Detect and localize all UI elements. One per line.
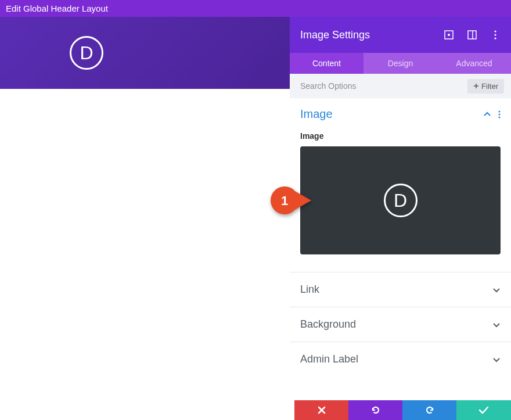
- logo-letter: D: [80, 42, 93, 64]
- undo-icon: [370, 405, 381, 415]
- close-icon: [317, 405, 326, 415]
- logo-preview: D: [70, 36, 103, 70]
- redo-icon: [424, 405, 435, 415]
- image-field-label: Image: [300, 131, 501, 141]
- section-admin-label[interactable]: Admin Label: [290, 342, 511, 376]
- cancel-button[interactable]: [294, 400, 348, 420]
- check-icon: [478, 405, 490, 415]
- svg-rect-2: [468, 31, 476, 39]
- snap-icon[interactable]: [467, 30, 477, 40]
- tab-design[interactable]: Design: [364, 53, 437, 74]
- main-area: D Image Settings: [0, 17, 511, 420]
- image-preview-letter: D: [394, 190, 407, 211]
- callout-marker: 1: [271, 186, 311, 214]
- section-admin-label-title: Admin Label: [300, 353, 358, 365]
- image-preview-logo: D: [384, 184, 418, 217]
- search-row: Filter: [290, 74, 511, 98]
- save-button[interactable]: [456, 400, 511, 420]
- filter-label: Filter: [481, 82, 498, 91]
- filter-button[interactable]: Filter: [467, 79, 504, 94]
- undo-button[interactable]: [348, 400, 402, 420]
- image-preview-upload[interactable]: D: [300, 146, 501, 254]
- chevron-down-icon: [492, 356, 501, 364]
- chevron-down-icon: [492, 321, 501, 329]
- footer-bar: [290, 400, 511, 420]
- panel-header-icons: [444, 30, 501, 40]
- section-image-head-icons: [483, 110, 501, 119]
- section-image: Image Image D: [290, 98, 511, 272]
- fullscreen-icon[interactable]: [444, 30, 454, 40]
- panel-body: Image Image D: [290, 98, 511, 420]
- top-bar-title: Edit Global Header Layout: [6, 3, 108, 13]
- svg-point-9: [499, 116, 501, 118]
- section-link-title: Link: [300, 283, 319, 296]
- redo-button[interactable]: [402, 400, 456, 420]
- section-link[interactable]: Link: [290, 272, 511, 307]
- svg-point-7: [499, 110, 501, 112]
- header-preview[interactable]: D: [0, 17, 290, 89]
- section-background[interactable]: Background: [290, 307, 511, 342]
- tab-advanced[interactable]: Advanced: [437, 53, 511, 74]
- svg-point-8: [499, 113, 501, 115]
- section-image-head[interactable]: Image: [300, 107, 501, 121]
- callout-number: 1: [281, 193, 288, 208]
- panel-title: Image Settings: [300, 29, 370, 41]
- svg-point-5: [494, 34, 496, 35]
- section-image-title: Image: [300, 107, 333, 121]
- section-background-title: Background: [300, 318, 356, 331]
- section-more-icon[interactable]: [498, 110, 501, 119]
- settings-panel: Image Settings: [290, 17, 511, 420]
- chevron-up-icon[interactable]: [483, 110, 491, 119]
- canvas-column: D: [0, 17, 290, 420]
- chevron-down-icon: [492, 286, 501, 294]
- footer-gap: [290, 400, 294, 420]
- svg-point-6: [494, 37, 496, 39]
- tabs: Content Design Advanced: [290, 53, 511, 74]
- svg-point-4: [494, 30, 496, 32]
- tab-content[interactable]: Content: [290, 53, 364, 74]
- svg-point-1: [448, 34, 450, 36]
- more-icon[interactable]: [490, 30, 501, 40]
- search-input[interactable]: [300, 81, 467, 91]
- top-bar: Edit Global Header Layout: [0, 0, 511, 17]
- plus-icon: [473, 83, 479, 89]
- panel-header: Image Settings: [290, 17, 511, 53]
